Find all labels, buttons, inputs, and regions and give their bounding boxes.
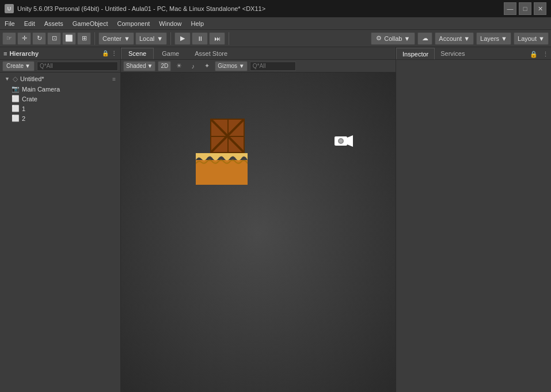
transform-tool[interactable]: ⊞ [77, 32, 91, 45]
gizmos-label: Gizmos ▼ [218, 63, 245, 69]
asset-store-tab[interactable]: Asset Store [187, 48, 235, 59]
hierarchy-list-icon: ≡ [112, 76, 116, 82]
scene-viewport[interactable] [121, 73, 396, 392]
scene-lighting-btn[interactable]: ☀ [173, 61, 185, 71]
scene-tabs: Scene Game Asset Store [121, 47, 396, 60]
hierarchy-content: ▼ ◇ Untitled* ≡ 📷 Main Camera ⬜ Crate ⬜ … [0, 73, 120, 392]
close-button[interactable]: ✕ [534, 2, 546, 15]
create-label: Create [6, 63, 24, 69]
right-panel-lock[interactable]: 🔒 [527, 50, 540, 59]
create-arrow: ▼ [25, 63, 31, 69]
crate-box [210, 119, 245, 153]
rotate-tool[interactable]: ↻ [32, 32, 46, 45]
layout-label: Layout ▼ [518, 35, 545, 42]
hierarchy-icons: 🔒 ⋮ [102, 50, 117, 56]
toolbar: ☞ ✛ ↻ ⊡ ⬜ ⊞ Center ▼ Local ▼ ▶ ⏸ ⏭ ⚙ Col… [0, 30, 551, 47]
rect-tool[interactable]: ⬜ [62, 32, 76, 45]
right-panel-more[interactable]: ⋮ [540, 50, 551, 59]
menu-component[interactable]: Component [112, 17, 154, 30]
layout-dropdown[interactable]: Layout ▼ [514, 32, 549, 45]
inspector-tab[interactable]: Inspector [396, 48, 435, 59]
hierarchy-item-2[interactable]: ⬜ 2 [0, 113, 120, 123]
center-arrow: ▼ [124, 35, 130, 42]
scene-search-input[interactable] [250, 62, 296, 71]
obj1-icon: ⬜ [12, 105, 20, 112]
local-dropdown[interactable]: Local ▼ [135, 32, 167, 45]
hierarchy-untitled-label: Untitled* [20, 75, 44, 82]
svg-point-5 [339, 139, 343, 143]
playback-group: ▶ ⏸ ⏭ [174, 32, 229, 45]
hand-tool[interactable]: ☞ [2, 32, 16, 45]
move-tool[interactable]: ✛ [17, 32, 31, 45]
local-label: Local [139, 35, 154, 42]
layers-dropdown[interactable]: Layers ▼ [476, 32, 511, 45]
hierarchy-create-button[interactable]: Create ▼ [2, 61, 35, 71]
cloud-button[interactable]: ☁ [417, 32, 432, 45]
local-arrow: ▼ [157, 35, 163, 42]
step-button[interactable]: ⏭ [209, 32, 225, 45]
hierarchy-item-untitled[interactable]: ▼ ◇ Untitled* ≡ [0, 74, 120, 84]
camera-object-icon: 📷 [12, 85, 20, 93]
maximize-button[interactable]: □ [519, 2, 531, 15]
title-bar: U Unity 5.6.0f3 Personal (64bit) - Untit… [0, 0, 551, 17]
center-label: Center [102, 35, 121, 42]
menu-gameobject[interactable]: GameObject [68, 17, 113, 30]
more-icon[interactable]: ⋮ [111, 50, 117, 56]
ground-sprite [196, 153, 248, 185]
scene-tab[interactable]: Scene [121, 48, 154, 59]
scene-fx-btn[interactable]: ✦ [201, 61, 212, 71]
hierarchy-crate-label: Crate [22, 96, 37, 102]
hierarchy-item-crate[interactable]: ⬜ Crate [0, 94, 120, 104]
camera-icon-scene [332, 133, 355, 154]
shading-arrow: ▼ [147, 63, 153, 69]
hierarchy-panel: ≡ Hierarchy 🔒 ⋮ Create ▼ ▼ ◇ Untitled* ≡ [0, 47, 121, 392]
hierarchy-item-main-camera[interactable]: 📷 Main Camera [0, 84, 120, 94]
center-dropdown[interactable]: Center ▼ [98, 32, 134, 45]
collab-button[interactable]: ⚙ Collab ▼ [371, 32, 415, 45]
hierarchy-search-input[interactable] [37, 62, 118, 71]
menu-edit[interactable]: Edit [20, 17, 40, 30]
hierarchy-toolbar: Create ▼ [0, 60, 120, 73]
layers-label: Layers ▼ [480, 35, 507, 42]
hierarchy-item-1[interactable]: ⬜ 1 [0, 104, 120, 113]
account-dropdown[interactable]: Account ▼ [435, 32, 474, 45]
right-tabs: Inspector Services 🔒 ⋮ [396, 47, 551, 60]
scene-toolbar: Shaded ▼ 2D ☀ ♪ ✦ Gizmos ▼ [121, 60, 396, 73]
hierarchy-title-area: ≡ Hierarchy [3, 50, 39, 57]
mode-dropdown[interactable]: 2D [158, 61, 171, 71]
minimize-button[interactable]: — [504, 2, 516, 15]
pause-button[interactable]: ⏸ [192, 32, 208, 45]
hierarchy-1-label: 1 [22, 105, 25, 112]
inspector-content [396, 60, 551, 392]
menu-file[interactable]: File [0, 17, 20, 30]
title-bar-left: U Unity 5.6.0f3 Personal (64bit) - Untit… [5, 4, 265, 13]
scene-audio-btn[interactable]: ♪ [187, 61, 199, 71]
crate-object-icon: ⬜ [12, 95, 20, 102]
main-layout: ≡ Hierarchy 🔒 ⋮ Create ▼ ▼ ◇ Untitled* ≡ [0, 47, 551, 392]
shading-dropdown[interactable]: Shaded ▼ [123, 61, 155, 71]
gizmos-dropdown[interactable]: Gizmos ▼ [215, 61, 248, 71]
services-tab[interactable]: Services [435, 48, 470, 59]
play-button[interactable]: ▶ [174, 32, 191, 45]
center-area: Scene Game Asset Store Shaded ▼ 2D ☀ ♪ ✦… [121, 47, 396, 392]
shading-label: Shaded [126, 63, 146, 69]
scene-icon: ◇ [13, 75, 18, 83]
window-controls: — □ ✕ [504, 2, 546, 15]
collab-label: Collab ▼ [384, 35, 410, 42]
account-label: Account ▼ [439, 35, 470, 42]
lock-icon[interactable]: 🔒 [102, 50, 109, 56]
title-text: Unity 5.6.0f3 Personal (64bit) - Untitle… [17, 5, 265, 12]
svg-marker-6 [347, 135, 353, 147]
scale-tool[interactable]: ⊡ [47, 32, 61, 45]
hierarchy-header: ≡ Hierarchy 🔒 ⋮ [0, 47, 120, 60]
menu-assets[interactable]: Assets [40, 17, 68, 30]
hierarchy-camera-label: Main Camera [22, 86, 60, 93]
menu-help[interactable]: Help [186, 17, 208, 30]
menu-bar: File Edit Assets GameObject Component Wi… [0, 17, 551, 30]
menu-window[interactable]: Window [154, 17, 186, 30]
collab-icon: ⚙ [376, 35, 382, 42]
transform-tools-group: ☞ ✛ ↻ ⊡ ⬜ ⊞ [2, 32, 95, 45]
mode-label: 2D [161, 63, 168, 69]
crate-sprite[interactable] [210, 119, 245, 153]
game-tab[interactable]: Game [154, 48, 187, 59]
